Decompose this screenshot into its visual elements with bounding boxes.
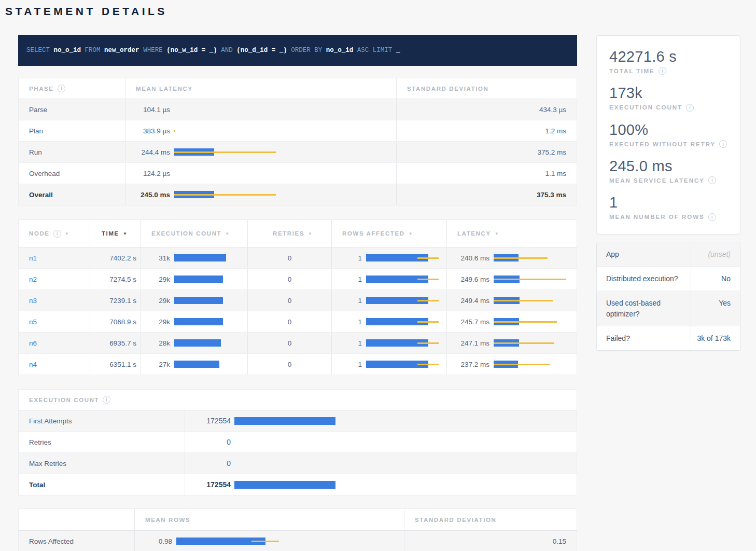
rows-affected-column-header[interactable]: ROWS AFFECTED ▼ <box>331 220 446 247</box>
info-icon[interactable]: i <box>719 140 727 148</box>
sql-token: (no_d_id = _) <box>236 47 291 54</box>
node-table-body: n1 7402.2 s 31k 0 1 <box>19 247 577 375</box>
phase-table-header: PHASE i MEAN LATENCY STANDARD DEVIATION <box>19 78 577 99</box>
phase-row: Run 244.4 ms 375.2 ms <box>19 141 577 162</box>
latency-column-header[interactable]: LATENCY ▼ <box>446 220 577 247</box>
summary-stat: 173k EXECUTION COUNT i <box>609 85 727 111</box>
detail-value: 3k of 173k <box>691 326 740 350</box>
latency-bar-chart <box>174 191 276 198</box>
stddev-line <box>174 194 276 196</box>
execution-count-row: Total 172554 <box>19 474 577 495</box>
stat-label: EXECUTED WITHOUT RETRY <box>609 141 716 147</box>
rows-affected-table: MEAN ROWS STANDARD DEVIATION Rows Affect… <box>18 508 577 551</box>
node-latency-value: 245.7 ms <box>447 318 489 326</box>
node-time-value: 7402.2 s <box>90 247 141 268</box>
node-retries-value: 0 <box>247 354 331 375</box>
mean-latency-value: 245.0 ms <box>125 191 170 199</box>
rows-affected-label: Rows Affected <box>19 531 134 551</box>
stddev-line <box>251 541 279 542</box>
info-icon[interactable]: i <box>708 176 716 184</box>
stat-label: TOTAL TIME <box>609 68 655 74</box>
blank-column-header <box>19 509 134 530</box>
phase-row: Overhead 124.2 µs 1.1 ms <box>19 162 577 184</box>
exec-count-bar-chart <box>174 361 226 368</box>
time-column-header[interactable]: TIME ▼ <box>90 220 141 247</box>
stat-label: MEAN SERVICE LATENCY <box>609 177 705 184</box>
std-deviation-column-header: STANDARD DEVIATION <box>404 509 577 530</box>
mean-rows-value: 0.98 <box>135 538 172 545</box>
phase-label: Plan <box>19 120 125 141</box>
info-icon[interactable]: i <box>53 230 61 238</box>
node-exec-count-value: 28k <box>141 339 170 347</box>
execution-count-header-label: EXECUTION COUNT i <box>19 390 110 410</box>
info-icon[interactable]: i <box>708 213 716 221</box>
summary-stat: 100% EXECUTED WITHOUT RETRY i <box>609 121 727 148</box>
node-link[interactable]: n4 <box>29 361 37 368</box>
summary-sidebar: 42271.6 s TOTAL TIME i 173k EXECUTION CO… <box>596 18 740 351</box>
latency-bar-chart <box>174 127 276 134</box>
node-table-header: NODE i ▼ TIME ▼ EXECUTION COUNT ▼ RETRIE… <box>19 220 577 247</box>
execution-count-value: 172554 <box>185 480 231 489</box>
stddev-line <box>494 364 550 365</box>
info-icon[interactable]: i <box>659 67 666 75</box>
node-exec-count-value: 31k <box>141 254 170 262</box>
page-layout: SELECT no_o_id FROM new_order WHERE (no_… <box>0 18 756 551</box>
stat-label: EXECUTION COUNT <box>609 104 682 111</box>
detail-value: Yes <box>691 291 740 326</box>
std-deviation-value: 434.3 µs <box>396 99 577 120</box>
node-retries-value: 0 <box>247 290 331 311</box>
detail-row: Failed? 3k of 173k <box>597 326 740 350</box>
execution-count-column-header[interactable]: EXECUTION COUNT ▼ <box>141 220 247 247</box>
std-deviation-value: 375.2 ms <box>396 142 577 162</box>
mean-bar <box>174 254 226 261</box>
node-rows-affected-value: 1 <box>336 361 362 368</box>
node-latency-value: 240.6 ms <box>447 254 489 262</box>
node-time-value: 6351.1 s <box>90 354 141 375</box>
info-icon[interactable]: i <box>58 85 65 92</box>
phase-column-header[interactable]: PHASE i <box>19 78 125 99</box>
sort-desc-icon: ▼ <box>495 231 499 236</box>
node-link[interactable]: n6 <box>29 339 37 347</box>
node-link[interactable]: n1 <box>29 254 37 262</box>
mean-bar <box>174 361 219 368</box>
exec-count-bar-chart <box>174 276 226 283</box>
execution-count-label: Retries <box>19 432 185 452</box>
stddev-line <box>494 279 566 280</box>
sql-token: new_order <box>104 47 143 54</box>
sql-token: no_o_id <box>326 47 357 54</box>
rows-affected-bar-chart <box>366 339 439 347</box>
stddev-line <box>417 364 439 365</box>
node-row: n6 6935.7 s 28k 0 1 <box>19 332 577 353</box>
detail-row: Distributed execution? No <box>597 266 740 291</box>
exec-count-bar-chart <box>174 297 226 304</box>
sql-statement-box: SELECT no_o_id FROM new_order WHERE (no_… <box>18 35 577 66</box>
std-deviation-value: 375.3 ms <box>396 184 577 205</box>
sort-desc-icon: ▼ <box>123 231 127 236</box>
node-link[interactable]: n5 <box>29 318 37 326</box>
execution-count-label: Total <box>19 474 185 495</box>
info-icon[interactable]: i <box>686 104 694 112</box>
sort-desc-icon: ▼ <box>409 231 413 236</box>
retries-column-header[interactable]: RETRIES ▼ <box>247 220 331 247</box>
stddev-line <box>494 257 548 259</box>
node-link[interactable]: n3 <box>29 297 37 305</box>
node-table: NODE i ▼ TIME ▼ EXECUTION COUNT ▼ RETRIE… <box>18 219 577 375</box>
info-icon[interactable]: i <box>103 396 110 404</box>
mean-rows-bar-chart <box>176 538 279 545</box>
phase-row: Overall 245.0 ms 375.3 ms <box>19 184 577 205</box>
node-link[interactable]: n2 <box>29 276 37 283</box>
rows-affected-bar-chart <box>366 254 439 261</box>
node-row: n2 7274.5 s 29k 0 1 <box>19 268 577 290</box>
rows-affected-row: Rows Affected 0.98 0.15 <box>19 531 577 551</box>
mean-bar <box>174 339 221 347</box>
mean-latency-value: 383.9 µs <box>125 127 170 135</box>
mean-latency-column-header[interactable]: MEAN LATENCY <box>125 78 396 99</box>
execution-count-row: Retries 0 <box>19 431 577 452</box>
node-column-header[interactable]: NODE i ▼ <box>19 220 90 247</box>
std-deviation-column-header[interactable]: STANDARD DEVIATION <box>396 78 577 99</box>
stddev-line <box>174 130 175 132</box>
sql-token: _ <box>396 47 404 54</box>
page-title: STATEMENT DETAILS <box>5 5 756 18</box>
stddev-line <box>494 342 554 344</box>
node-exec-count-value: 29k <box>141 297 170 305</box>
